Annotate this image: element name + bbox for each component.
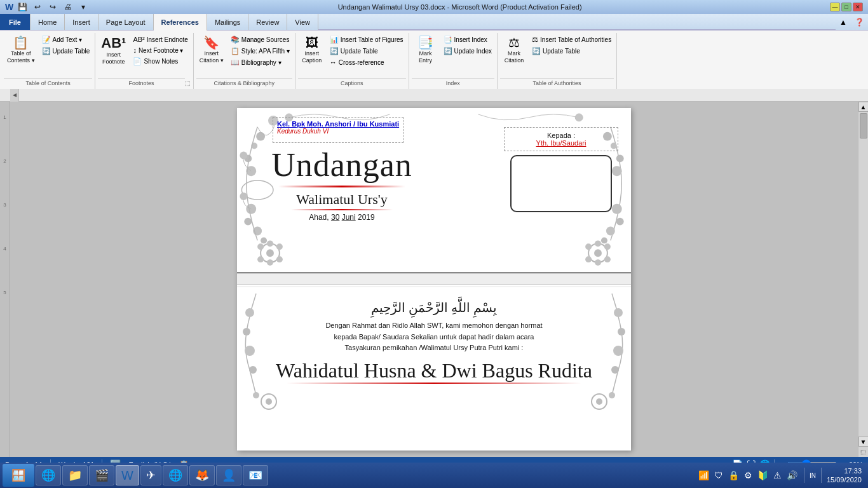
inv-top-right: Kepada : Yth. Ibu/Saudari [428,108,631,272]
insert-table-figures-button[interactable]: 📊 Insert Table of Figures [327,34,406,45]
update-table-captions-button[interactable]: 🔄 Update Table [327,46,406,57]
tab-home[interactable]: Home [31,14,65,30]
taskbar-firefox[interactable]: 🦊 [189,465,215,485]
minimize-button[interactable]: — [830,3,840,11]
manage-sources-button[interactable]: 📚 Manage Sources [228,34,292,45]
tray-antivirus2[interactable]: 🔒 [727,469,740,482]
invitation-bottom: ﺑِﺴْﻢِ ﺍﻟﻠَّﻪِ ﺍﻟﺮَّﺣْﻤَﻦِ ﺍﻟﺮَّﺣِﻴﻢِ De… [237,287,631,414]
authorities-icon: ⚖ [532,36,538,44]
group-authorities-items: ⚖ MarkCitation ⚖ Insert Table of Authori… [500,34,614,77]
qat-save[interactable]: 💾 [16,1,29,13]
tab-review[interactable]: Review [248,14,287,30]
date-line: Ahad, 30 Juni 2019 [266,213,417,222]
bibliography-label: Bibliography ▾ [241,59,281,66]
update-captions-icon: 🔄 [330,47,339,55]
taskbar-ie[interactable]: 🌐 [36,465,61,485]
insert-index-button[interactable]: 📑 Insert Index [441,34,495,45]
tray-antivirus3[interactable]: ⚙ [743,469,754,482]
window-title: Undangan Walimatul Ursy 03.docx - Micros… [90,3,830,11]
citation-icon: 🔖 [203,36,219,49]
tab-mailings[interactable]: Mailings [207,14,248,30]
endnote-icon: AB² [133,36,144,43]
index-small-btns: 📑 Insert Index 🔄 Update Index [441,34,495,57]
update-table-toc-button[interactable]: 🔄 Update Table [39,46,93,57]
group-citations: 🔖 InsertCitation ▾ 📚 Manage Sources 📋 St… [194,33,295,89]
maximize-button[interactable]: □ [841,3,851,11]
mark-entry-icon: 📑 [417,36,433,49]
qat-undo[interactable]: ↩ [31,1,44,13]
caption-icon: 🖼 [306,36,318,49]
cross-reference-button[interactable]: ↔ Cross-reference [327,57,406,67]
tray-antivirus1[interactable]: 🛡 [713,469,724,482]
inv-main-text: Undangan Walimatul Urs'y Ahad, 30 Juni 2… [266,147,417,222]
start-button[interactable]: 🪟 [3,464,34,487]
mark-citation-button[interactable]: ⚖ MarkCitation [500,34,528,66]
scroll-end[interactable]: ⬚ [860,447,866,457]
taskbar-media[interactable]: 🎬 [89,465,114,485]
tab-view[interactable]: View [287,14,318,30]
insert-caption-button[interactable]: 🖼 InsertCaption [298,34,326,66]
taskbar-mail[interactable]: 📧 [243,465,268,485]
qat-redo[interactable]: ↪ [46,1,59,13]
close-button[interactable]: ✕ [853,3,863,11]
caption-label: InsertCaption [302,50,322,64]
mark-entry-label: MarkEntry [419,50,432,64]
footnotes-expander[interactable]: ⬚ [185,80,191,86]
toc-button[interactable]: 📋 Table ofContents ▾ [4,34,38,66]
taskbar-user[interactable]: 👤 [216,465,241,485]
scroll-thumb[interactable] [860,113,867,139]
document-area[interactable]: Kel. Bpk Moh. Anshori / Ibu Kusmiati Ked… [10,102,858,457]
tab-spacer [318,14,836,30]
tab-references[interactable]: References [154,14,207,30]
taskbar-right: 📶 🛡 🔒 ⚙ 🔰 ⚠ 🔊 IN 17:33 15/09/2020 [697,466,865,485]
tab-insert[interactable]: Insert [65,14,98,30]
insert-footnote-button[interactable]: AB¹ InsertFootnote [98,34,129,67]
tray-volume[interactable]: 🔊 [785,469,799,482]
footnote-icon: AB¹ [101,36,126,50]
date-prefix: Ahad, [309,213,331,222]
add-text-button[interactable]: 📝 Add Text ▾ [39,34,93,45]
tray-antivirus5[interactable]: ⚠ [772,469,783,482]
update-index-button[interactable]: 🔄 Update Index [441,46,495,57]
mark-entry-button[interactable]: 📑 MarkEntry [412,34,440,66]
scroll-track[interactable] [860,112,867,437]
style-button[interactable]: 📋 Style: APA Fifth ▾ [228,46,292,57]
group-toc-label: Table of Contents [4,78,92,88]
show-notes-button[interactable]: 📄 Show Notes [130,56,190,67]
insert-authorities-button[interactable]: ⚖ Insert Table of Authorities [529,34,614,45]
scroll-up[interactable]: ▲ [858,102,869,112]
taskbar-word[interactable]: W [116,465,139,485]
qat-print[interactable]: 🖨 [62,1,74,13]
qat-dropdown[interactable]: ▾ [77,1,90,13]
insert-endnote-button[interactable]: AB² Insert Endnote [130,34,190,44]
group-captions-items: 🖼 InsertCaption 📊 Insert Table of Figure… [298,34,406,77]
clock[interactable]: 17:33 15/09/2020 [827,466,862,485]
body-line1: Dengan Rahmat dan Ridlo Allah SWT, kami … [250,320,618,332]
svg-point-52 [596,398,602,405]
taskbar-telegram[interactable]: ✈ [140,465,161,485]
scroll-down[interactable]: ▼ [858,437,869,447]
help-button[interactable]: ❓ [851,14,868,30]
group-captions: 🖼 InsertCaption 📊 Insert Table of Figure… [295,33,409,89]
update-authorities-button[interactable]: 🔄 Update Table [529,46,614,57]
tab-pagelayout[interactable]: Page Layout [98,14,154,30]
endnote-label: Insert Endnote [147,36,188,43]
next-footnote-button[interactable]: ↕ Next Footnote ▾ [130,45,190,55]
tab-file[interactable]: File [0,14,31,30]
address-rectangle [510,155,612,212]
scrollbar[interactable]: ▲ ▼ ⬚ [858,102,868,457]
tray-network[interactable]: 📶 [697,469,710,482]
bibliography-button[interactable]: 📖 Bibliography ▾ [228,57,292,68]
ribbon-collapse[interactable]: ▲ [836,14,851,30]
keyboard-lang[interactable]: IN [810,472,816,479]
page-num-2: 2 [3,158,6,164]
taskbar-explorer[interactable]: 📁 [62,465,88,485]
arabic-text: ﺑِﺴْﻢِ ﺍﻟﻠَّﻪِ ﺍﻟﺮَّﺣْﻤَﻦِ ﺍﻟﺮَّﺣِﻴﻢِ [250,300,618,315]
insert-citation-button[interactable]: 🔖 InsertCitation ▾ [196,34,227,66]
address-box: Kepada : Yth. Ibu/Saudari [504,127,618,212]
manage-sources-icon: 📚 [231,36,240,44]
date-year: 2019 [356,213,375,222]
taskbar-chrome[interactable]: 🌐 [163,465,188,485]
footnote-label: InsertFootnote [102,51,125,65]
tray-antivirus4[interactable]: 🔰 [756,469,770,482]
